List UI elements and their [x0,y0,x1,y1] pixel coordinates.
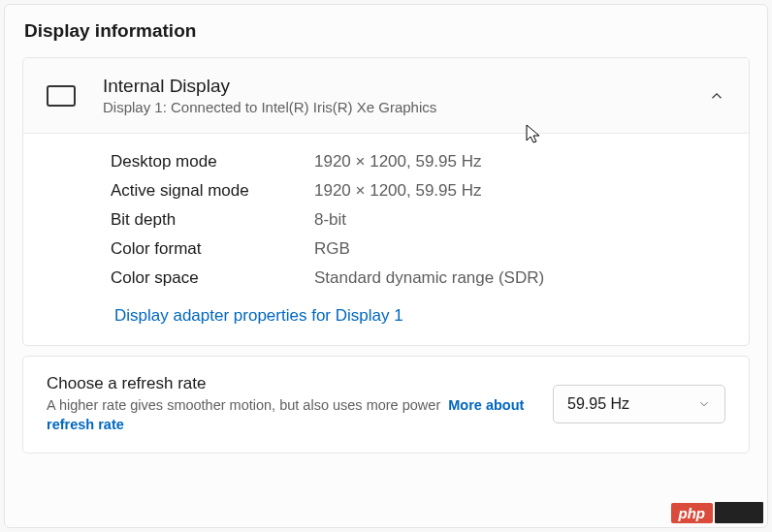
display-header-text: Internal Display Display 1: Connected to… [103,76,708,115]
adapter-properties-link[interactable]: Display adapter properties for Display 1 [114,306,403,326]
property-row: Color space Standard dynamic range (SDR) [111,264,725,293]
property-value: Standard dynamic range (SDR) [314,268,544,288]
property-label: Bit depth [111,210,314,230]
property-label: Color format [111,239,314,259]
display-subtitle: Display 1: Connected to Intel(R) Iris(R)… [103,99,708,115]
watermark: php [671,502,764,523]
property-label: Active signal mode [111,181,314,201]
display-properties: Desktop mode 1920 × 1200, 59.95 Hz Activ… [23,134,749,345]
section-title: Display information [22,20,750,42]
display-card-header[interactable]: Internal Display Display 1: Connected to… [23,58,749,134]
chevron-down-icon [697,397,711,411]
property-row: Active signal mode 1920 × 1200, 59.95 Hz [111,176,725,205]
refresh-title: Choose a refresh rate [47,374,533,393]
property-value: 1920 × 1200, 59.95 Hz [314,181,482,201]
refresh-rate-selected: 59.95 Hz [567,395,629,413]
refresh-rate-card: Choose a refresh rate A higher rate give… [22,356,750,454]
property-row: Bit depth 8-bit [111,205,725,235]
refresh-desc-text: A higher rate gives smoother motion, but… [47,397,440,413]
property-value: RGB [314,239,350,259]
property-row: Color format RGB [111,235,725,264]
watermark-php: php [671,503,714,523]
refresh-rate-dropdown[interactable]: 59.95 Hz [553,385,725,423]
watermark-box [715,502,763,523]
property-value: 1920 × 1200, 59.95 Hz [314,152,482,172]
property-row: Desktop mode 1920 × 1200, 59.95 Hz [111,147,725,176]
display-title: Internal Display [103,76,708,97]
chevron-up-icon [708,87,725,105]
display-card: Internal Display Display 1: Connected to… [22,57,750,346]
monitor-icon [47,85,76,107]
property-value: 8-bit [314,210,346,230]
property-label: Color space [111,268,314,288]
refresh-text: Choose a refresh rate A higher rate give… [47,374,533,435]
property-label: Desktop mode [111,152,314,172]
display-information-panel: Display information Internal Display Dis… [4,4,768,528]
refresh-description: A higher rate gives smoother motion, but… [47,395,533,435]
